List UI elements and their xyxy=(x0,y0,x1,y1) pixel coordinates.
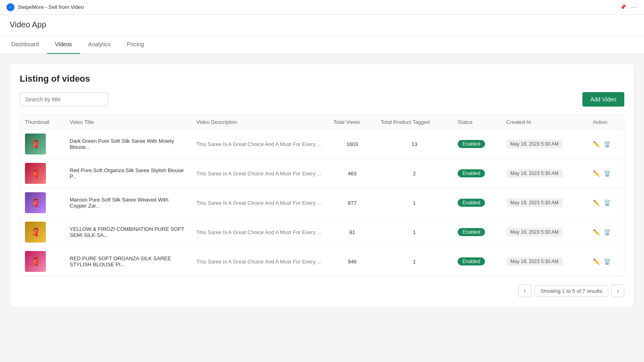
tab-pricing[interactable]: Pricing xyxy=(119,35,152,54)
date-badge-1: May 19, 2023 5:30 AM xyxy=(506,169,563,178)
cell-status-0: Enabled xyxy=(453,130,502,159)
cell-thumbnail-2: 🧣 xyxy=(20,188,65,218)
col-total-views: Total Views xyxy=(328,115,376,130)
tab-analytics[interactable]: Analytics xyxy=(80,35,119,54)
cell-products-4: 1 xyxy=(376,247,453,276)
cell-date-1: May 19, 2023 5:30 AM xyxy=(502,159,588,188)
cell-action-3: ✏️ 🗑️ xyxy=(588,218,624,247)
col-status: Status xyxy=(453,115,502,130)
action-buttons-4: ✏️ 🗑️ xyxy=(593,258,619,265)
cell-desc-4: This Saree Is A Great Choice And A Must … xyxy=(192,247,329,276)
cell-products-1: 2 xyxy=(376,159,453,188)
top-bar-right: 📌 ··· xyxy=(620,4,638,11)
more-icon[interactable]: ··· xyxy=(631,4,638,11)
date-badge-3: May 19, 2023 5:30 AM xyxy=(506,228,563,237)
app-name: SwipeMore - Sell from Video xyxy=(18,4,84,10)
table-header-row: Thumbnail Video Title Video Description … xyxy=(20,115,624,130)
search-input[interactable] xyxy=(20,93,108,106)
action-buttons-2: ✏️ 🗑️ xyxy=(593,200,619,206)
delete-button-1[interactable]: 🗑️ xyxy=(604,170,611,177)
cell-title-2: Maroon Pure Soft Silk Saree Weaved With … xyxy=(65,188,192,218)
date-badge-0: May 19, 2023 5:30 AM xyxy=(506,140,563,148)
table-row: 🧣 YELLOW & FIROZI COMBINATION PURE SOFT … xyxy=(20,218,624,247)
cell-action-4: ✏️ 🗑️ xyxy=(588,247,624,276)
cell-thumbnail-1: 🧣 xyxy=(20,159,65,188)
status-badge-2: Enabled xyxy=(458,199,485,207)
pagination-next-button[interactable]: › xyxy=(611,284,624,297)
cell-action-0: ✏️ 🗑️ xyxy=(588,130,624,159)
cell-products-0: 13 xyxy=(376,130,453,159)
pagination-info: Showing 1 to 5 of 7 results xyxy=(535,285,608,297)
delete-button-2[interactable]: 🗑️ xyxy=(604,200,611,206)
cell-desc-2: This Saree Is A Great Choice And A Must … xyxy=(192,188,329,218)
pagination: ‹ Showing 1 to 5 of 7 results › xyxy=(20,284,624,297)
tab-dashboard[interactable]: Dashboard xyxy=(3,35,47,54)
cell-views-0: 1603 xyxy=(328,130,376,159)
cell-views-4: 946 xyxy=(328,247,376,276)
delete-button-0[interactable]: 🗑️ xyxy=(604,141,611,147)
cell-desc-3: This Saree Is A Great Choice And A Must … xyxy=(192,218,329,247)
cell-desc-0: This Saree Is A Great Choice And A Must … xyxy=(192,130,329,159)
action-buttons-3: ✏️ 🗑️ xyxy=(593,229,619,235)
cell-date-2: May 19, 2023 5:30 AM xyxy=(502,188,588,218)
edit-button-4[interactable]: ✏️ xyxy=(593,258,600,265)
cell-views-2: 877 xyxy=(328,188,376,218)
cell-products-2: 1 xyxy=(376,188,453,218)
thumbnail-2: 🧣 xyxy=(25,192,46,213)
thumbnail-3: 🧣 xyxy=(25,222,46,243)
cell-action-1: ✏️ 🗑️ xyxy=(588,159,624,188)
action-buttons-0: ✏️ 🗑️ xyxy=(593,141,619,147)
col-video-title: Video Title xyxy=(65,115,192,130)
pagination-prev-button[interactable]: ‹ xyxy=(518,284,531,297)
cell-status-3: Enabled xyxy=(453,218,502,247)
cell-status-2: Enabled xyxy=(453,188,502,218)
col-action: Action xyxy=(588,115,624,130)
top-bar: ← SwipeMore - Sell from Video 📌 ··· xyxy=(0,0,644,14)
cell-date-0: May 19, 2023 5:30 AM xyxy=(502,130,588,159)
cell-views-1: 463 xyxy=(328,159,376,188)
thumbnail-0: 🧣 xyxy=(25,134,46,154)
app-title: Video App xyxy=(10,20,46,29)
cell-thumbnail-4: 🧣 xyxy=(20,247,65,276)
col-created-at: Created At xyxy=(502,115,588,130)
tab-videos[interactable]: Videos xyxy=(47,35,80,54)
cell-action-2: ✏️ 🗑️ xyxy=(588,188,624,218)
tabs-bar: Dashboard Videos Analytics Pricing xyxy=(0,35,644,54)
table-row: 🧣 Dark Green Pure Soft Silk Saree With M… xyxy=(20,130,624,159)
videos-table: Thumbnail Video Title Video Description … xyxy=(20,115,624,276)
date-badge-4: May 19, 2023 5:30 AM xyxy=(506,257,563,266)
cell-status-4: Enabled xyxy=(453,247,502,276)
action-buttons-1: ✏️ 🗑️ xyxy=(593,170,619,177)
cell-desc-1: This Saree Is A Great Choice And A Must … xyxy=(192,159,329,188)
cell-date-4: May 19, 2023 5:30 AM xyxy=(502,247,588,276)
app-logo: ← xyxy=(6,3,14,11)
cell-thumbnail-0: 🧣 xyxy=(20,130,65,159)
table-row: 🧣 Maroon Pure Soft Silk Saree Weaved Wit… xyxy=(20,188,624,218)
cell-title-1: Red Pure Soft Organza Silk Saree Stylish… xyxy=(65,159,192,188)
table-row: 🧣 Red Pure Soft Organza Silk Saree Styli… xyxy=(20,159,624,188)
edit-button-1[interactable]: ✏️ xyxy=(593,170,600,177)
main-content: Listing of videos Add Video Thumbnail Vi… xyxy=(0,54,644,317)
delete-button-4[interactable]: 🗑️ xyxy=(604,258,611,265)
cell-title-4: RED PURE SOFT ORGANZA SILK SAREE STYLISH… xyxy=(65,247,192,276)
logo-letter: ← xyxy=(8,5,12,9)
app-header: Video App xyxy=(0,14,644,35)
status-badge-3: Enabled xyxy=(458,228,485,236)
table-row: 🧣 RED PURE SOFT ORGANZA SILK SAREE STYLI… xyxy=(20,247,624,276)
add-video-button[interactable]: Add Video xyxy=(582,92,624,107)
cell-thumbnail-3: 🧣 xyxy=(20,218,65,247)
cell-views-3: 81 xyxy=(328,218,376,247)
cell-title-0: Dark Green Pure Soft Silk Saree With Moi… xyxy=(65,130,192,159)
cell-products-3: 1 xyxy=(376,218,453,247)
status-badge-1: Enabled xyxy=(458,169,485,177)
cell-date-3: May 19, 2023 5:30 AM xyxy=(502,218,588,247)
pin-icon[interactable]: 📌 xyxy=(620,4,626,10)
page-title: Listing of videos xyxy=(20,74,624,84)
cell-title-3: YELLOW & FIROZI COMBINATION PURE SOFT SE… xyxy=(65,218,192,247)
edit-button-2[interactable]: ✏️ xyxy=(593,200,600,206)
delete-button-3[interactable]: 🗑️ xyxy=(604,229,611,235)
cell-status-1: Enabled xyxy=(453,159,502,188)
edit-button-3[interactable]: ✏️ xyxy=(593,229,600,235)
thumbnail-1: 🧣 xyxy=(25,163,46,184)
edit-button-0[interactable]: ✏️ xyxy=(593,141,600,147)
